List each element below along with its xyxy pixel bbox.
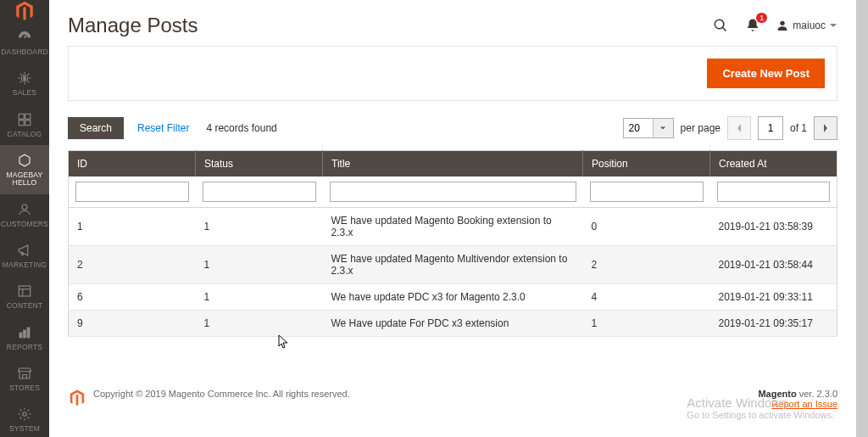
notifications-button[interactable]: 1 bbox=[743, 16, 762, 35]
search-icon bbox=[713, 18, 728, 33]
svg-rect-11 bbox=[27, 328, 30, 338]
page-of-label: of 1 bbox=[790, 122, 807, 134]
sidebar-item-label: MARKETING bbox=[3, 261, 47, 269]
sidebar-item-marketing[interactable]: MARKETING bbox=[0, 235, 49, 276]
col-header-title[interactable]: Title bbox=[323, 151, 583, 177]
svg-text:$: $ bbox=[23, 76, 26, 81]
sidebar-item-sales[interactable]: $ SALES bbox=[0, 63, 49, 104]
magento-logo-icon bbox=[68, 389, 86, 407]
main-content: Manage Posts 1 maiuoc Create New Post Se… bbox=[49, 0, 856, 437]
watermark-subtitle: Go to Settings to activate Windows. bbox=[687, 410, 834, 420]
notification-badge: 1 bbox=[756, 13, 767, 23]
sidebar-item-label: REPORTS bbox=[7, 344, 42, 351]
content-icon bbox=[16, 283, 33, 300]
chevron-down-icon bbox=[829, 21, 837, 30]
cell-status: 1 bbox=[196, 246, 323, 284]
sidebar-item-dashboard[interactable]: DASHBOARD bbox=[0, 22, 49, 63]
table-row[interactable]: 91We Have update For PDC x3 extension120… bbox=[69, 311, 837, 337]
search-button[interactable]: Search bbox=[68, 117, 124, 139]
copyright-text: Copyright © 2019 Magento Commerce Inc. A… bbox=[93, 389, 350, 399]
col-header-created[interactable]: Created At bbox=[710, 151, 837, 177]
svg-rect-3 bbox=[19, 120, 24, 125]
records-found-label: 4 records found bbox=[206, 122, 276, 134]
sidebar-item-content[interactable]: CONTENT bbox=[0, 276, 49, 317]
sidebar-item-magebay-hello[interactable]: MAGEBAY HELLO bbox=[0, 145, 49, 194]
svg-rect-1 bbox=[19, 114, 24, 119]
cell-id: 1 bbox=[69, 208, 196, 246]
svg-point-5 bbox=[22, 204, 27, 210]
cell-title: We have update PDC x3 for Magento 2.3.0 bbox=[323, 284, 583, 311]
cell-position: 4 bbox=[583, 284, 710, 311]
catalog-icon bbox=[16, 111, 33, 128]
magento-logo[interactable] bbox=[0, 0, 49, 22]
reports-icon bbox=[16, 324, 33, 341]
vertical-scrollbar[interactable] bbox=[856, 0, 868, 437]
cell-title: WE have updated Magento Booking extensio… bbox=[323, 208, 583, 246]
page-size-input[interactable] bbox=[624, 119, 653, 137]
sidebar-item-reports[interactable]: REPORTS bbox=[0, 317, 49, 358]
page-actions: Create New Post bbox=[68, 46, 837, 101]
sidebar-item-customers[interactable]: CUSTOMERS bbox=[0, 194, 49, 235]
svg-rect-9 bbox=[19, 333, 22, 338]
customers-icon bbox=[16, 201, 33, 218]
cell-title: We Have update For PDC x3 extension bbox=[323, 311, 583, 337]
next-page-button[interactable] bbox=[814, 116, 837, 140]
hexagon-icon bbox=[16, 152, 33, 169]
cell-position: 0 bbox=[583, 208, 710, 246]
chevron-right-icon bbox=[822, 123, 829, 133]
svg-rect-6 bbox=[19, 286, 31, 296]
svg-point-16 bbox=[781, 21, 785, 25]
user-menu[interactable]: maiuoc bbox=[776, 19, 837, 32]
cell-position: 1 bbox=[583, 311, 710, 337]
filter-status-input[interactable] bbox=[203, 182, 316, 202]
cell-id: 9 bbox=[69, 311, 196, 337]
filter-created-input[interactable] bbox=[717, 182, 831, 202]
sidebar-item-label: STORES bbox=[9, 384, 40, 392]
scrollbar-thumb[interactable] bbox=[856, 0, 868, 437]
cell-status: 1 bbox=[196, 311, 323, 337]
cell-created: 2019-01-21 03:58:39 bbox=[710, 208, 837, 246]
page-size-dropdown[interactable] bbox=[653, 119, 673, 137]
user-icon bbox=[776, 19, 789, 32]
sidebar-item-label: MAGEBAY HELLO bbox=[2, 171, 47, 188]
sidebar-item-label: CUSTOMERS bbox=[1, 221, 48, 228]
cell-status: 1 bbox=[196, 284, 323, 311]
svg-rect-10 bbox=[24, 330, 26, 338]
create-new-post-button[interactable]: Create New Post bbox=[707, 59, 825, 88]
sidebar-item-catalog[interactable]: CATALOG bbox=[0, 104, 49, 145]
table-row[interactable]: 11WE have updated Magento Booking extens… bbox=[69, 208, 837, 246]
table-row[interactable]: 21WE have updated Magento Multivendor ex… bbox=[69, 246, 837, 284]
cell-created: 2019-01-21 09:33:11 bbox=[710, 284, 837, 311]
sidebar-item-stores[interactable]: STORES bbox=[0, 358, 49, 399]
col-header-id[interactable]: ID bbox=[69, 151, 196, 177]
filter-title-input[interactable] bbox=[330, 182, 576, 202]
sidebar-item-label: CONTENT bbox=[7, 302, 42, 310]
sidebar-item-label: CATALOG bbox=[8, 131, 42, 138]
search-button[interactable] bbox=[711, 16, 730, 35]
posts-grid: ID Status Title Position Created At 11WE… bbox=[68, 150, 837, 337]
table-row[interactable]: 61We have update PDC x3 for Magento 2.3.… bbox=[69, 284, 837, 311]
watermark-title: Activate Windows bbox=[687, 395, 834, 410]
windows-activation-watermark: Activate Windows Go to Settings to activ… bbox=[687, 395, 834, 420]
filter-position-input[interactable] bbox=[590, 182, 704, 202]
stores-icon bbox=[16, 365, 33, 382]
filter-id-input[interactable] bbox=[75, 182, 189, 202]
cell-id: 6 bbox=[69, 284, 196, 311]
sidebar-item-system[interactable]: SYSTEM bbox=[0, 399, 49, 437]
prev-page-button[interactable] bbox=[727, 116, 751, 140]
page-size-select[interactable] bbox=[623, 118, 674, 138]
chevron-left-icon bbox=[736, 123, 743, 133]
reset-filter-link[interactable]: Reset Filter bbox=[137, 122, 189, 134]
cell-created: 2019-01-21 03:58:44 bbox=[710, 246, 837, 284]
col-header-position[interactable]: Position bbox=[583, 151, 710, 177]
col-header-status[interactable]: Status bbox=[196, 151, 323, 177]
sidebar-item-label: SALES bbox=[13, 89, 36, 97]
cell-title: WE have updated Magento Multivendor exte… bbox=[323, 246, 583, 284]
dashboard-icon bbox=[16, 29, 33, 46]
current-page-input[interactable] bbox=[758, 116, 783, 140]
cell-status: 1 bbox=[196, 208, 323, 246]
gear-icon bbox=[16, 406, 33, 423]
chevron-down-icon bbox=[659, 125, 666, 132]
megaphone-icon bbox=[16, 242, 33, 259]
svg-rect-2 bbox=[25, 114, 31, 119]
